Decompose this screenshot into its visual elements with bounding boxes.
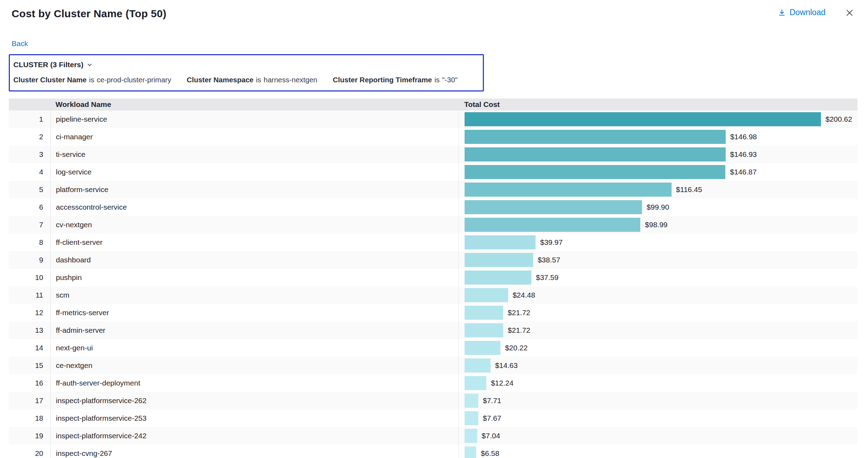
cost-value: $38.57	[538, 256, 560, 264]
table-row[interactable]: 8ff-client-server$39.97	[9, 234, 857, 251]
row-workload-name: accesscontrol-service	[50, 198, 458, 216]
row-workload-name: next-gen-ui	[50, 339, 458, 357]
row-rank: 4	[9, 168, 50, 176]
row-cost-cell: $146.87	[458, 163, 857, 181]
table-row[interactable]: 1pipeline-service$200.62	[9, 110, 857, 128]
filter-summary-label: CLUSTER (3 Filters)	[13, 61, 84, 69]
cost-bar[interactable]	[465, 200, 642, 214]
row-cost-cell: $12.24	[458, 374, 857, 392]
cost-bar[interactable]	[465, 130, 726, 144]
cost-bar[interactable]	[465, 165, 725, 179]
table-row[interactable]: 12ff-metrics-server$21.72	[9, 304, 857, 322]
row-rank: 14	[9, 344, 50, 352]
cost-table: Workload Name Total Cost 1pipeline-servi…	[9, 98, 857, 458]
cost-bar[interactable]	[465, 323, 503, 337]
row-rank: 13	[9, 326, 50, 335]
table-row[interactable]: 10pushpin$37.59	[9, 269, 857, 286]
row-rank: 8	[9, 238, 50, 247]
cost-value: $7.71	[483, 396, 501, 405]
filter-operator: is	[434, 76, 440, 84]
row-cost-cell: $7.71	[458, 392, 857, 409]
table-row[interactable]: 17inspect-platformservice-262$7.71	[9, 392, 857, 409]
cost-bar[interactable]	[465, 394, 478, 408]
cost-bar[interactable]	[465, 446, 476, 458]
row-workload-name: ce-nextgen	[50, 357, 458, 374]
row-cost-cell: $98.99	[458, 216, 857, 234]
filter-operator: is	[89, 76, 94, 84]
filter-value: ce-prod-cluster-primary	[97, 76, 171, 84]
cost-value: $21.72	[508, 308, 530, 317]
row-cost-cell: $37.59	[458, 269, 857, 286]
cost-bar[interactable]	[465, 183, 672, 197]
close-button[interactable]	[845, 8, 854, 17]
table-row[interactable]: 4log-service$146.87	[9, 163, 857, 181]
cost-bar[interactable]	[465, 112, 821, 126]
row-workload-name: cv-nextgen	[50, 216, 458, 234]
cost-value: $12.24	[491, 379, 513, 387]
cost-bar[interactable]	[465, 288, 508, 302]
download-button[interactable]: Download	[778, 8, 825, 17]
cost-bar[interactable]	[465, 253, 533, 267]
table-row[interactable]: 13ff-admin-server$21.72	[9, 322, 857, 339]
row-cost-cell: $21.72	[458, 304, 857, 322]
row-rank: 11	[9, 291, 50, 299]
row-workload-name: inspect-platformservice-253	[50, 409, 458, 427]
cost-value: $20.22	[505, 344, 527, 352]
workload-name-column-header: Workload Name	[50, 100, 458, 109]
cost-bar[interactable]	[465, 271, 531, 285]
row-cost-cell: $7.67	[458, 409, 857, 427]
table-row[interactable]: 3ti-service$146.93	[9, 146, 857, 163]
row-workload-name: ff-client-server	[50, 234, 458, 251]
cost-bar[interactable]	[465, 358, 491, 373]
cost-bar[interactable]	[465, 341, 500, 355]
filter-summary-toggle[interactable]: CLUSTER (3 Filters)	[13, 61, 92, 69]
cost-value: $98.99	[645, 221, 667, 229]
filter-item: Cluster Cluster Nameisce-prod-cluster-pr…	[13, 76, 171, 84]
cost-bar[interactable]	[465, 306, 503, 320]
cost-bar[interactable]	[465, 411, 478, 425]
cost-bar[interactable]	[465, 376, 486, 390]
table-row[interactable]: 11scm$24.48	[9, 286, 857, 304]
cost-bar[interactable]	[465, 218, 640, 232]
cost-value: $24.48	[513, 291, 535, 299]
table-row[interactable]: 7cv-nextgen$98.99	[9, 216, 857, 234]
table-row[interactable]: 5platform-service$116.45	[9, 181, 857, 198]
cost-value: $21.72	[508, 326, 530, 335]
filter-item: Cluster Namespaceisharness-nextgen	[187, 76, 317, 84]
row-workload-name: ci-manager	[50, 128, 458, 146]
table-row[interactable]: 2ci-manager$146.98	[9, 128, 857, 146]
row-cost-cell: $24.48	[458, 286, 857, 304]
row-rank: 9	[9, 256, 50, 264]
table-row[interactable]: 16ff-auth-server-deployment$12.24	[9, 374, 857, 392]
close-icon	[845, 8, 854, 17]
cost-bar[interactable]	[465, 429, 477, 443]
row-cost-cell: $116.45	[458, 181, 857, 198]
cost-value: $116.45	[676, 185, 702, 194]
cost-value: $39.97	[540, 238, 563, 247]
table-body: 1pipeline-service$200.622ci-manager$146.…	[9, 110, 857, 458]
row-workload-name: inspect-platformservice-262	[50, 392, 458, 409]
table-row[interactable]: 6accesscontrol-service$99.90	[9, 198, 857, 216]
filter-field: Cluster Namespace	[187, 76, 253, 84]
table-row[interactable]: 15ce-nextgen$14.63	[9, 357, 857, 374]
row-cost-cell: $39.97	[458, 234, 857, 251]
row-workload-name: pushpin	[50, 269, 458, 286]
cost-value: $99.90	[647, 203, 669, 211]
cost-bar[interactable]	[465, 147, 726, 161]
table-row[interactable]: 18inspect-platformservice-253$7.67	[9, 409, 857, 427]
table-row[interactable]: 19inspect-platformservice-242$7.04	[9, 427, 857, 445]
table-row[interactable]: 14next-gen-ui$20.22	[9, 339, 857, 357]
back-link[interactable]: Back	[12, 39, 28, 48]
cost-bar[interactable]	[465, 235, 536, 249]
table-row[interactable]: 9dashboard$38.57	[9, 251, 857, 269]
filter-item: Cluster Reporting Timeframeis"-30"	[333, 76, 458, 84]
cost-value: $146.87	[730, 168, 757, 176]
row-rank: 16	[9, 379, 50, 387]
table-row[interactable]: 20inspect-cvng-267$6.58	[9, 445, 857, 458]
row-workload-name: inspect-cvng-267	[50, 445, 458, 458]
row-rank: 7	[9, 221, 50, 229]
row-workload-name: platform-service	[50, 181, 458, 198]
filter-operator: is	[256, 76, 261, 84]
row-workload-name: log-service	[50, 163, 458, 181]
row-workload-name: ti-service	[50, 146, 458, 163]
